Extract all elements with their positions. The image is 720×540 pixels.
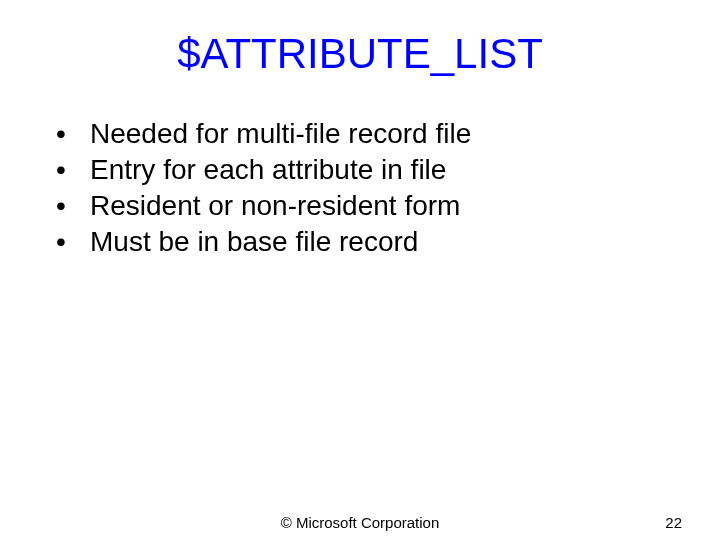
bullet-icon: • (50, 226, 90, 258)
bullet-text: Resident or non-resident form (90, 190, 670, 222)
copyright-text: © Microsoft Corporation (281, 514, 440, 531)
bullet-text: Must be in base file record (90, 226, 670, 258)
bullet-list: • Needed for multi-file record file • En… (0, 118, 720, 258)
slide-title: $ATTRIBUTE_LIST (0, 0, 720, 118)
list-item: • Resident or non-resident form (50, 190, 670, 222)
list-item: • Entry for each attribute in file (50, 154, 670, 186)
bullet-icon: • (50, 118, 90, 150)
list-item: • Must be in base file record (50, 226, 670, 258)
list-item: • Needed for multi-file record file (50, 118, 670, 150)
bullet-text: Needed for multi-file record file (90, 118, 670, 150)
bullet-icon: • (50, 190, 90, 222)
bullet-text: Entry for each attribute in file (90, 154, 670, 186)
bullet-icon: • (50, 154, 90, 186)
page-number: 22 (665, 514, 682, 531)
